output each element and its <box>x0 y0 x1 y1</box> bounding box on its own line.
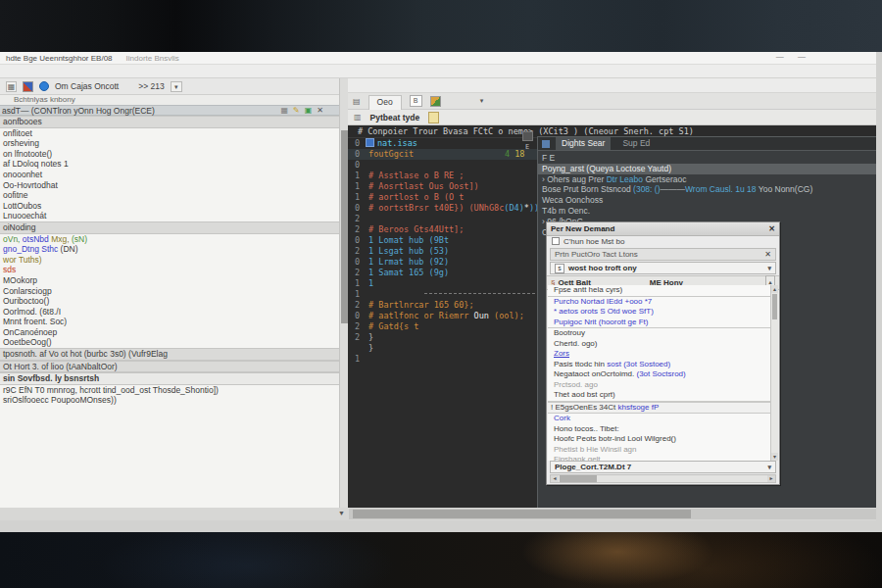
list-item[interactable]: orsheving <box>0 138 339 149</box>
title-bar: hdte Bge Ueenntsghhor EB/08 Iindorte Bns… <box>0 52 876 65</box>
list-item[interactable]: on lfnotoote() <box>0 149 339 160</box>
pager-label: >> 213 <box>138 81 164 91</box>
scrollbar-thumb[interactable] <box>341 130 348 323</box>
tool-window-row[interactable]: T4b m Oenc. <box>538 206 876 217</box>
list-item[interactable]: Ot Hort 3. of lioo (tAaNbaltOor) <box>0 361 339 373</box>
list-item[interactable]: oVn, otsNbd Mxg, (sN) <box>0 234 339 245</box>
window-controls[interactable]: — — <box>776 52 811 61</box>
right-tab-bar: ▤ Oeo B ▾ <box>348 93 876 110</box>
list-item[interactable]: Lnuooechát <box>0 211 339 221</box>
green-square-icon[interactable]: ▣ <box>305 107 313 115</box>
chevron-down-icon[interactable]: ▾ <box>480 97 484 105</box>
tool-tab-inactive[interactable]: Sup Ed <box>616 137 656 150</box>
chevron-down-icon[interactable]: ▾ <box>767 464 771 471</box>
document-icon[interactable] <box>428 112 439 123</box>
list-item[interactable]: Conlarsciogp <box>0 286 339 297</box>
line-number: 2 <box>348 332 364 343</box>
popup-list-item[interactable]: Purcho Nortad IEdd +ooo *7 <box>548 297 770 308</box>
popup-search-combo[interactable]: s wost hoo troft ony ▾ <box>550 262 776 274</box>
list-item[interactable]: gno_Dtng Sthc (DN) <box>0 244 339 255</box>
list-item[interactable]: Oo-Hovrtodhat <box>0 180 339 191</box>
popup-list-item[interactable]: Negataoct onOcrtoimd. (3ot Soctsrod) <box>548 369 770 380</box>
menu-bar <box>0 65 876 78</box>
popup-list-item[interactable]: Fpse antt hela cyrs) <box>548 285 770 297</box>
popup-list-item[interactable]: Pasis ttodc hin sost (3ot Sostoed) <box>548 360 770 370</box>
list-item[interactable]: Mnnt froent. Soc) <box>0 317 339 327</box>
list-item[interactable]: aonfbooes <box>0 116 339 128</box>
toolbar-combo-label[interactable]: Om Cajas Oncott <box>55 81 119 91</box>
line-number: 1 <box>348 192 364 203</box>
grid-icon[interactable]: ▦ <box>280 107 288 115</box>
tool-window-row[interactable]: › Ohers aug Prer Dtr Leabo Gertseraoc <box>538 174 876 185</box>
popup-horizontal-scrollbar[interactable]: ◂ ▸ <box>550 474 776 483</box>
list-item[interactable]: OoetbeOog() <box>0 337 339 348</box>
list-item[interactable]: r9C EfN T0 mnnrog, hcrott tind_ood_ost T… <box>0 385 339 396</box>
popup-list-item[interactable]: Phetist b Hie Winsil agn <box>548 445 770 456</box>
popup-list-item[interactable]: Bootrouy <box>548 328 770 339</box>
record-icon[interactable] <box>39 81 49 91</box>
line-number: 0 <box>348 257 364 268</box>
list-item[interactable]: sriOslfooecc PoupooMOnses)) <box>0 395 339 406</box>
close-icon[interactable]: ✕ <box>317 107 323 115</box>
tool-window-row[interactable]: Weca Oonchoss <box>538 195 876 206</box>
popup-list-item[interactable]: ! E5gsOenEs 34Ct khsfsoge fP <box>548 402 770 415</box>
list-item[interactable]: af LDoloq notes 1 <box>0 159 339 170</box>
close-icon[interactable]: ✕ <box>764 249 771 261</box>
horizontal-scrollbar[interactable] <box>349 509 876 519</box>
list-item[interactable]: Oorlmod. (6t8./I <box>0 307 339 318</box>
checkbox-icon[interactable] <box>552 237 560 245</box>
popup-list-item[interactable]: Prctsod. ago <box>548 380 770 391</box>
popup-list-item[interactable]: Hoofc Peots botr-ind Lool Wilgred() <box>548 434 770 445</box>
scroll-down-icon[interactable]: ▼ <box>338 510 345 516</box>
scroll-up-icon[interactable]: ▴ <box>771 285 778 293</box>
list-item[interactable]: tposnoth. af Vo ot hot (burbc 3s0) (Vufr… <box>0 348 339 361</box>
list-item[interactable]: onooonhet <box>0 170 339 180</box>
list-item[interactable]: Ouriboctoo() <box>0 296 339 307</box>
rows-icon: ▥ <box>354 113 362 122</box>
popup-vertical-scrollbar[interactable]: ▴ ▾ <box>770 285 778 461</box>
right-menu-bar <box>348 78 876 93</box>
tool-window-row[interactable]: F E <box>538 153 876 164</box>
list-item[interactable]: onflitoet <box>0 128 339 139</box>
popup-list-item[interactable]: Hono tocos.. Tibet: <box>548 424 770 435</box>
list-item[interactable]: OnCanoénoep <box>0 327 339 338</box>
scrollbar-thumb[interactable] <box>772 294 777 319</box>
popup-list-item[interactable]: Chertd. ogo) <box>548 339 770 350</box>
left-panel-scrollbar[interactable] <box>339 78 348 508</box>
tab-active[interactable]: Oeo <box>368 95 402 110</box>
list-item[interactable]: MOokorp <box>0 275 339 286</box>
scroll-down-icon[interactable]: ▾ <box>771 453 778 461</box>
tool-window-row[interactable]: Poyng_arst (Queya Loctose Yautd) <box>538 164 876 174</box>
pager-dropdown-caret[interactable]: ▾ <box>171 81 182 92</box>
run-icon[interactable] <box>430 96 441 107</box>
chevron-down-icon[interactable]: ▾ <box>767 263 771 274</box>
list-item[interactable]: LottOubos <box>0 201 339 212</box>
popup-list-item[interactable]: Zors <box>548 349 770 360</box>
scrollbar-thumb[interactable] <box>560 475 597 482</box>
tool-window-row[interactable]: Bose Prut Born Stsncod (308: ()———Wrom C… <box>538 184 876 195</box>
colored-tool-icon[interactable] <box>23 81 33 92</box>
list-item[interactable]: sds <box>0 265 339 275</box>
list-item[interactable]: wor Tuths) <box>0 255 339 266</box>
popup-list-item[interactable]: Thet aod bst cprt) <box>548 390 770 402</box>
scroll-right-icon[interactable]: ▸ <box>767 475 775 482</box>
left-list: aonfbooesonflitoetorshevingon lfnotoote(… <box>0 116 339 406</box>
popup-option-row[interactable]: C'hun hoe Mst bo <box>547 236 779 248</box>
popup-list-item[interactable]: Pupigoc Nrit (hoorott ge Ft) <box>548 318 770 329</box>
popup-title-bar[interactable]: Per New Demand ✕ <box>547 222 779 236</box>
list-item[interactable]: oofitne <box>0 190 339 201</box>
popup-list-item[interactable]: Cork <box>548 414 770 424</box>
close-icon[interactable]: ✕ <box>768 224 775 233</box>
pencil-icon[interactable]: ✎ <box>293 107 300 115</box>
list-item[interactable]: sin Sovfbsd. ly bsnsrtsh <box>0 372 339 385</box>
list-item[interactable]: oiNoding <box>0 221 339 234</box>
scrollbar-thumb[interactable] <box>353 510 691 518</box>
tool-tab-active[interactable]: Dights Sear <box>556 137 611 150</box>
code-editor[interactable]: # Conpoier Trour Bvasa FCtC o nemo> (XCi… <box>348 125 876 508</box>
selected-row[interactable]: asdT— (CONTlron yOnn Hog Ongr(ECE) ▦ ✎ ▣… <box>0 105 339 116</box>
popup-bottom-combo[interactable]: Ploge_Cort.T2M.Dt 7 ▾ <box>550 461 776 473</box>
scroll-left-icon[interactable]: ◂ <box>551 475 559 482</box>
left-toolbar: ▦ Om Cajas Oncott >> 213 ▾ <box>0 78 339 95</box>
grid-tool-icon[interactable]: ▦ <box>6 81 17 92</box>
popup-list-item[interactable]: * aetos orots S Otd woe SfT) <box>548 307 770 318</box>
